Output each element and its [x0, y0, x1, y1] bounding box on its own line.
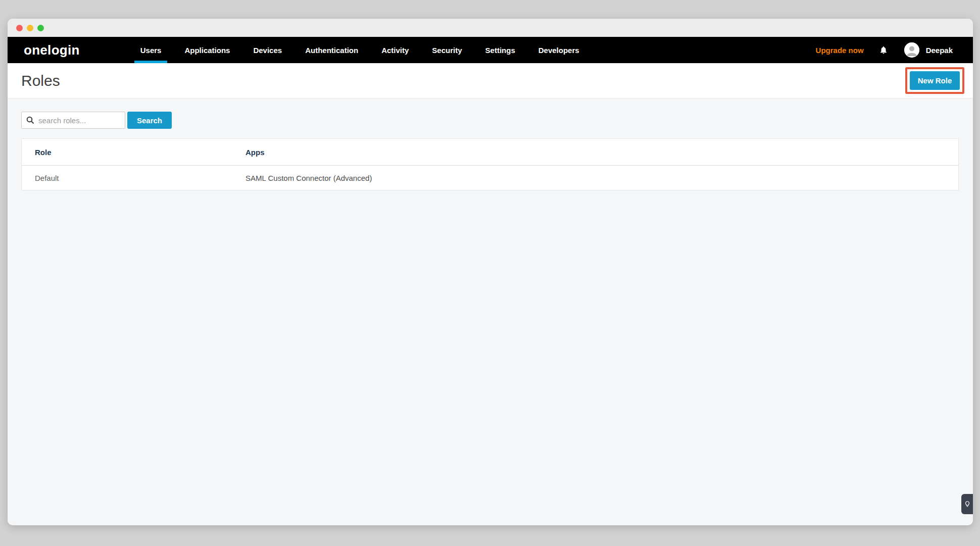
search-input[interactable] — [21, 112, 125, 129]
nav-item-security[interactable]: Security — [426, 37, 468, 63]
nav-item-authentication[interactable]: Authentication — [299, 37, 364, 63]
nav-item-settings[interactable]: Settings — [479, 37, 521, 63]
app-window: onelogin Users Applications Devices Auth… — [8, 19, 973, 525]
role-cell[interactable]: Default — [22, 174, 232, 182]
new-role-button[interactable]: New Role — [910, 71, 960, 90]
annotation-highlight-box: New Role — [905, 67, 964, 94]
search-row: Search — [21, 112, 959, 129]
avatar — [904, 42, 919, 58]
upgrade-now-link[interactable]: Upgrade now — [816, 46, 864, 55]
nav-item-applications[interactable]: Applications — [178, 37, 236, 63]
nav-right-group: Upgrade now Deepak — [816, 37, 953, 63]
user-name: Deepak — [926, 46, 953, 55]
nav-item-activity[interactable]: Activity — [375, 37, 415, 63]
nav-item-users[interactable]: Users — [134, 37, 168, 63]
search-button[interactable]: Search — [127, 112, 172, 129]
column-header-role: Role — [22, 148, 232, 157]
maximize-button[interactable] — [37, 25, 44, 31]
apps-cell: SAML Custom Connector (Advanced) — [232, 174, 958, 182]
search-field-wrapper — [21, 112, 125, 129]
notifications-bell-icon[interactable] — [879, 44, 889, 56]
top-nav: onelogin Users Applications Devices Auth… — [8, 37, 973, 63]
nav-item-developers[interactable]: Developers — [532, 37, 585, 63]
page-header: Roles New Role — [8, 63, 973, 98]
table-row[interactable]: Default SAML Custom Connector (Advanced) — [22, 166, 958, 190]
table-header-row: Role Apps — [22, 139, 958, 166]
main-content: Search Role Apps Default SAML Custom Con… — [8, 98, 973, 190]
nav-menu: Users Applications Devices Authenticatio… — [134, 37, 585, 63]
column-header-apps: Apps — [232, 148, 958, 157]
minimize-button[interactable] — [27, 25, 33, 31]
onelogin-logo[interactable]: onelogin — [24, 42, 80, 58]
nav-item-devices[interactable]: Devices — [247, 37, 288, 63]
close-button[interactable] — [16, 25, 23, 31]
roles-table: Role Apps Default SAML Custom Connector … — [21, 138, 959, 190]
user-menu[interactable]: Deepak — [904, 42, 953, 58]
help-lightbulb-tab[interactable] — [961, 494, 973, 514]
page-title: Roles — [21, 72, 60, 89]
lightbulb-icon — [964, 501, 971, 508]
window-titlebar — [8, 19, 973, 37]
